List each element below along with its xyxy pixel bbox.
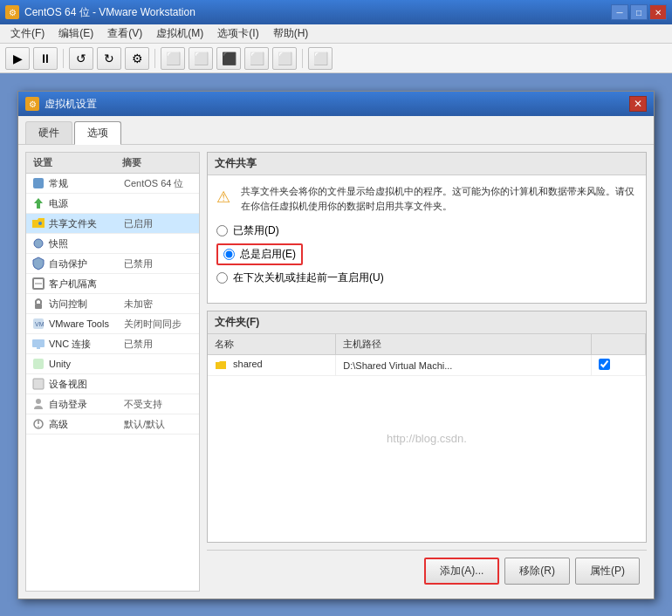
right-panel: 文件共享 ⚠ 共享文件夹会将你的文件显示给虚拟机中的程序。这可能为你的计算机和数… xyxy=(207,152,647,592)
snapshot-icon xyxy=(31,236,45,250)
menu-tabs[interactable]: 选项卡(I) xyxy=(210,24,265,43)
settings-item-vnc[interactable]: VNC 连接 已禁用 xyxy=(26,334,199,354)
dialog-close-button[interactable]: ✕ xyxy=(629,96,647,112)
window-controls: ─ □ ✕ xyxy=(611,4,667,20)
power-icon xyxy=(31,196,45,210)
folder-section: 文件夹(F) 名称 主机路径 xyxy=(207,311,647,543)
radio-always[interactable]: 总是启用(E) xyxy=(216,243,637,265)
menu-view[interactable]: 查看(V) xyxy=(100,24,149,43)
settings-item-access-control[interactable]: 访问控制 未加密 xyxy=(26,294,199,314)
lock-icon xyxy=(31,297,45,311)
svg-point-2 xyxy=(38,222,42,225)
svg-rect-12 xyxy=(33,379,44,389)
auto-login-icon xyxy=(31,397,45,411)
bottom-buttons: 添加(A)... 移除(R) 属性(P) xyxy=(207,550,647,592)
settings-item-power[interactable]: 电源 xyxy=(26,194,199,214)
col-name: 名称 xyxy=(208,334,336,355)
unity-icon xyxy=(31,357,45,371)
toolbar-btn-10[interactable]: ⬜ xyxy=(272,47,297,70)
radio-disabled[interactable]: 已禁用(D) xyxy=(216,223,637,238)
toolbar-btn-3[interactable]: ↺ xyxy=(69,47,93,70)
device-view-icon xyxy=(31,377,45,391)
dialog-icon: ⚙ xyxy=(25,97,39,111)
menu-file[interactable]: 文件(F) xyxy=(3,24,51,43)
svg-rect-0 xyxy=(33,178,44,188)
header-col-summary: 摘要 xyxy=(122,156,192,169)
vm-settings-dialog: ⚙ 虚拟机设置 ✕ 硬件 选项 设置 摘要 常规 xyxy=(17,91,655,599)
svg-rect-6 xyxy=(35,304,42,309)
toolbar-sep-3 xyxy=(302,49,303,68)
toolbar: ▶ ⏸ ↺ ↻ ⚙ ⬜ ⬜ ⬛ ⬜ ⬜ ⬜ xyxy=(0,44,672,73)
titlebar: ⚙ CentOS 64 位 - VMware Workstation ─ □ ✕ xyxy=(0,0,672,24)
col-enabled xyxy=(592,334,646,355)
close-button[interactable]: ✕ xyxy=(649,4,667,20)
col-path: 主机路径 xyxy=(336,334,592,355)
tab-options[interactable]: 选项 xyxy=(74,121,121,145)
general-icon xyxy=(31,176,45,190)
dialog-titlebar: ⚙ 虚拟机设置 ✕ xyxy=(18,92,654,116)
menu-help[interactable]: 帮助(H) xyxy=(266,24,316,43)
shared-folder-icon xyxy=(31,216,45,230)
autoprotect-icon xyxy=(31,257,45,270)
radio-until-shutdown-label: 在下次关机或挂起前一直启用(U) xyxy=(233,270,384,285)
toolbar-btn-7[interactable]: ⬜ xyxy=(189,47,213,70)
tab-bar: 硬件 选项 xyxy=(18,116,654,145)
settings-item-device-view[interactable]: 设备视图 xyxy=(26,374,199,394)
settings-item-auto-login[interactable]: 自动登录 不受支持 xyxy=(26,394,199,414)
settings-item-advanced[interactable]: 高级 默认/默认 xyxy=(26,414,199,435)
window-title: CentOS 64 位 - VMware Workstation xyxy=(24,5,611,20)
menubar: 文件(F) 编辑(E) 查看(V) 虚拟机(M) 选项卡(I) 帮助(H) xyxy=(0,24,672,44)
vnc-icon xyxy=(31,337,45,351)
row-enabled[interactable] xyxy=(592,355,646,376)
toolbar-btn-1[interactable]: ▶ xyxy=(5,47,30,70)
toolbar-btn-8[interactable]: ⬛ xyxy=(216,47,241,70)
file-sharing-content: ⚠ 共享文件夹会将你的文件显示给虚拟机中的程序。这可能为你的计算机和数据带来风险… xyxy=(208,175,646,303)
settings-item-snapshot[interactable]: 快照 xyxy=(26,234,199,254)
toolbar-sep-2 xyxy=(154,49,155,68)
toolbar-btn-4[interactable]: ↻ xyxy=(97,47,121,70)
table-row[interactable]: shared D:\Shared Virtual Machi... xyxy=(208,355,646,376)
svg-point-13 xyxy=(36,399,41,404)
settings-item-general[interactable]: 常规 CentOS 64 位 xyxy=(26,174,199,194)
toolbar-btn-6[interactable]: ⬜ xyxy=(161,47,185,70)
minimize-button[interactable]: ─ xyxy=(611,4,628,20)
svg-text:VM: VM xyxy=(35,321,45,327)
svg-rect-10 xyxy=(37,347,40,349)
radio-until-shutdown[interactable]: 在下次关机或挂起前一直启用(U) xyxy=(216,270,637,285)
menu-edit[interactable]: 编辑(E) xyxy=(51,24,100,43)
svg-rect-9 xyxy=(32,339,45,347)
properties-button[interactable]: 属性(P) xyxy=(575,558,640,585)
settings-header: 设置 摘要 xyxy=(26,153,199,174)
svg-marker-1 xyxy=(34,198,43,209)
toolbar-btn-11[interactable]: ⬜ xyxy=(308,47,333,70)
svg-point-16 xyxy=(38,426,39,428)
folder-table: 名称 主机路径 xyxy=(208,334,646,376)
settings-item-guest-isolation[interactable]: 客户机隔离 xyxy=(26,274,199,294)
toolbar-btn-9[interactable]: ⬜ xyxy=(244,47,269,70)
settings-item-autoprotect[interactable]: 自动保护 已禁用 xyxy=(26,254,199,274)
toolbar-btn-5[interactable]: ⚙ xyxy=(125,47,149,70)
settings-item-shared-folders[interactable]: 共享文件夹 已启用 xyxy=(26,214,199,234)
guest-isolation-icon xyxy=(31,277,45,291)
settings-panel: 设置 摘要 常规 CentOS 64 位 电源 xyxy=(25,152,200,592)
tab-hardware[interactable]: 硬件 xyxy=(25,121,72,144)
warning-icon: ⚠ xyxy=(216,186,234,203)
radio-group-sharing: 已禁用(D) 总是启用(E) 在下次关机或挂起前一直启用(U) xyxy=(216,223,637,285)
header-col-settings: 设置 xyxy=(33,156,122,169)
toolbar-btn-2[interactable]: ⏸ xyxy=(33,47,58,70)
dialog-content: 设置 摘要 常规 CentOS 64 位 电源 xyxy=(18,145,654,599)
svg-rect-11 xyxy=(33,359,44,369)
main-area: ⚙ 虚拟机设置 ✕ 硬件 选项 设置 摘要 常规 xyxy=(0,73,672,616)
svg-point-3 xyxy=(34,239,43,248)
remove-button[interactable]: 移除(R) xyxy=(504,558,570,585)
warning-text: 共享文件夹会将你的文件显示给虚拟机中的程序。这可能为你的计算机和数据带来风险。请… xyxy=(241,184,637,213)
maximize-button[interactable]: □ xyxy=(630,4,648,20)
settings-item-unity[interactable]: Unity xyxy=(26,354,199,374)
advanced-icon xyxy=(31,417,45,431)
settings-item-vmware-tools[interactable]: VM VMware Tools 关闭时间同步 xyxy=(26,314,199,334)
watermark: http://blog.csdn. xyxy=(387,432,467,445)
menu-vm[interactable]: 虚拟机(M) xyxy=(149,24,210,43)
add-button[interactable]: 添加(A)... xyxy=(424,558,499,585)
toolbar-sep-1 xyxy=(63,49,64,68)
radio-disabled-label: 已禁用(D) xyxy=(233,223,279,238)
